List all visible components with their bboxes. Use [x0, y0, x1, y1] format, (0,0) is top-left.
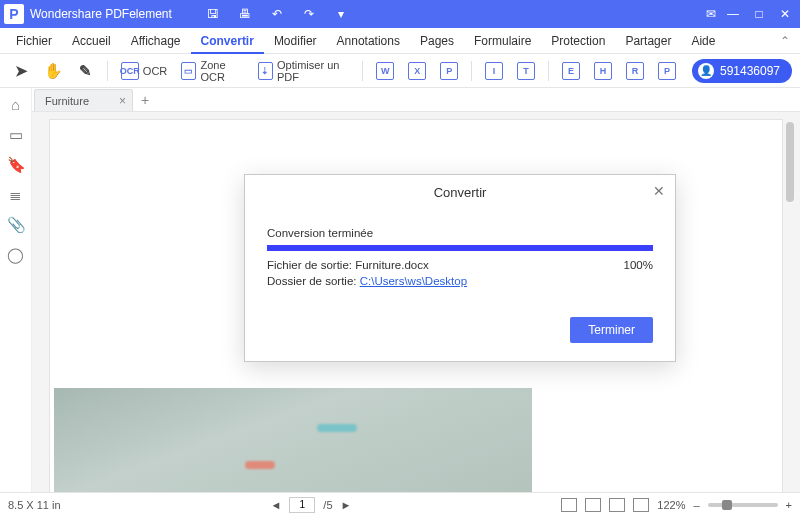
edit-tool[interactable]: ✎ [72, 60, 98, 82]
menu-pages[interactable]: Pages [410, 28, 464, 54]
page-total: /5 [323, 499, 332, 511]
mail-icon[interactable]: ✉ [700, 7, 722, 21]
menu-aide[interactable]: Aide [681, 28, 725, 54]
view-continuous-icon[interactable] [585, 498, 601, 512]
dialog-title-bar: Convertir ✕ [245, 175, 675, 209]
to-ppt-button[interactable]: P [436, 60, 462, 82]
menu-accueil[interactable]: Accueil [62, 28, 121, 54]
page-prev-icon[interactable]: ◄ [270, 499, 281, 511]
page-next-icon[interactable]: ► [341, 499, 352, 511]
bookmarks-icon[interactable]: 🔖 [7, 156, 25, 174]
to-epub-button[interactable]: E [558, 60, 584, 82]
excel-icon: X [408, 62, 426, 80]
to-rtf-button[interactable]: R [622, 60, 648, 82]
ocr-icon: OCR [121, 62, 139, 80]
word-icon: W [376, 62, 394, 80]
view-two-cont-icon[interactable] [633, 498, 649, 512]
text-icon: T [517, 62, 535, 80]
optimize-pdf-button[interactable]: ⇣Optimiser un PDF [254, 57, 354, 85]
menu-protection[interactable]: Protection [541, 28, 615, 54]
document-tabs: Furniture × + [32, 88, 800, 112]
zone-ocr-button[interactable]: ▭Zone OCR [177, 57, 247, 85]
view-two-icon[interactable] [609, 498, 625, 512]
to-image-button[interactable]: I [481, 60, 507, 82]
app-body: ⌂ ▭ 🔖 ≣ 📎 ◯ Furniture × + Convertir ✕ [0, 88, 800, 492]
ppt-icon: P [440, 62, 458, 80]
attachments-icon[interactable]: 📎 [7, 216, 25, 234]
menu-affichage[interactable]: Affichage [121, 28, 191, 54]
close-icon[interactable]: ✕ [774, 7, 796, 21]
print-icon[interactable]: 🖶 [234, 7, 256, 21]
user-avatar-icon: 👤 [698, 63, 714, 79]
ocr-button[interactable]: OCROCR [117, 60, 171, 82]
ribbon-toolbar: ➤ ✋ ✎ OCROCR ▭Zone OCR ⇣Optimiser un PDF… [0, 54, 800, 88]
zone-ocr-label: Zone OCR [200, 59, 243, 83]
dialog-title: Convertir [434, 185, 487, 200]
pdfa-icon: P [658, 62, 676, 80]
output-file-label: Fichier de sortie: [267, 259, 355, 271]
zoom-out-icon[interactable]: – [693, 499, 699, 511]
view-single-icon[interactable] [561, 498, 577, 512]
to-pdfa-button[interactable]: P [654, 60, 680, 82]
qat-more-icon[interactable]: ▾ [330, 7, 352, 21]
page-number-input[interactable] [289, 497, 315, 513]
page-dimensions: 8.5 X 11 in [8, 499, 61, 511]
menu-partager[interactable]: Partager [615, 28, 681, 54]
undo-icon[interactable]: ↶ [266, 7, 288, 21]
user-account-pill[interactable]: 👤 591436097 [692, 59, 792, 83]
image-icon: I [485, 62, 503, 80]
to-text-button[interactable]: T [513, 60, 539, 82]
search-panel-icon[interactable]: ◯ [7, 246, 25, 264]
zoom-slider[interactable] [708, 503, 778, 507]
redo-icon[interactable]: ↷ [298, 7, 320, 21]
tab-label: Furniture [45, 95, 89, 107]
menu-annotations[interactable]: Annotations [327, 28, 410, 54]
zoom-in-icon[interactable]: + [786, 499, 792, 511]
minimize-icon[interactable]: — [722, 7, 744, 21]
select-tool[interactable]: ➤ [8, 60, 34, 82]
comments-icon[interactable]: ≣ [7, 186, 25, 204]
cursor-icon: ➤ [12, 62, 30, 80]
edit-icon: ✎ [76, 62, 94, 80]
ribbon-collapse-icon[interactable]: ⌃ [780, 34, 790, 48]
zone-ocr-icon: ▭ [181, 62, 196, 80]
menu-modifier[interactable]: Modifier [264, 28, 327, 54]
thumbnails-icon[interactable]: ▭ [7, 126, 25, 144]
hand-icon: ✋ [44, 62, 62, 80]
output-folder-link[interactable]: C:\Users\ws\Desktop [360, 275, 467, 287]
page-image-content [54, 388, 532, 492]
user-id: 591436097 [720, 64, 780, 78]
html-icon: H [594, 62, 612, 80]
tab-close-icon[interactable]: × [119, 94, 126, 108]
to-html-button[interactable]: H [590, 60, 616, 82]
app-logo-icon: P [4, 4, 24, 24]
convert-dialog: Convertir ✕ Conversion terminée Fichier … [244, 174, 676, 362]
title-bar: P Wondershare PDFelement 🖫 🖶 ↶ ↷ ▾ ✉ — □… [0, 0, 800, 28]
save-icon[interactable]: 🖫 [202, 7, 224, 21]
home-icon[interactable]: ⌂ [7, 96, 25, 114]
menu-bar: Fichier Accueil Affichage Convertir Modi… [0, 28, 800, 54]
dialog-close-icon[interactable]: ✕ [653, 183, 665, 199]
finish-button[interactable]: Terminer [570, 317, 653, 343]
rtf-icon: R [626, 62, 644, 80]
epub-icon: E [562, 62, 580, 80]
menu-formulaire[interactable]: Formulaire [464, 28, 541, 54]
app-title: Wondershare PDFelement [30, 7, 172, 21]
to-excel-button[interactable]: X [404, 60, 430, 82]
output-file-name: Furniture.docx [355, 259, 429, 271]
new-tab-button[interactable]: + [141, 89, 149, 111]
zoom-slider-thumb[interactable] [722, 500, 732, 510]
output-file-line: Fichier de sortie: Furniture.docx [267, 259, 624, 271]
menu-fichier[interactable]: Fichier [6, 28, 62, 54]
menu-convertir[interactable]: Convertir [191, 28, 264, 54]
maximize-icon[interactable]: □ [748, 7, 770, 21]
to-word-button[interactable]: W [372, 60, 398, 82]
optimize-icon: ⇣ [258, 62, 273, 80]
hand-tool[interactable]: ✋ [40, 60, 66, 82]
zoom-value: 122% [657, 499, 685, 511]
progress-percent: 100% [624, 259, 653, 271]
vertical-scrollbar[interactable] [786, 122, 794, 202]
tab-furniture[interactable]: Furniture × [34, 89, 133, 111]
left-sidebar: ⌂ ▭ 🔖 ≣ 📎 ◯ [0, 88, 32, 492]
conversion-status: Conversion terminée [267, 227, 653, 239]
